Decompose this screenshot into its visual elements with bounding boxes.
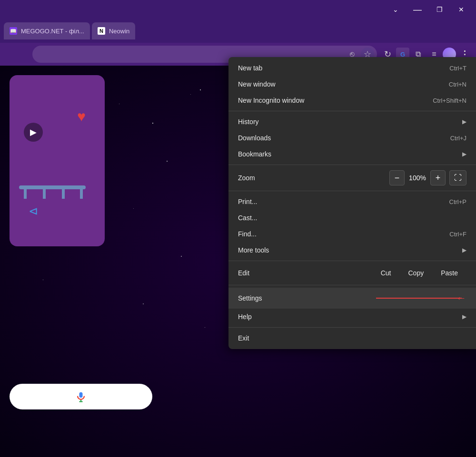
menu-item-new-window[interactable]: New window Ctrl+N: [228, 76, 476, 92]
chevron-down-icon: ⌄: [393, 6, 398, 13]
paste-button[interactable]: Paste: [432, 266, 466, 280]
tab-label-neowin: Neowin: [109, 28, 129, 35]
menu-item-help[interactable]: Help ▶: [228, 309, 476, 325]
menu-item-more-tools[interactable]: More tools ▶: [228, 242, 476, 258]
mic-icon: [74, 390, 88, 403]
menu-item-exit[interactable]: Exit: [228, 330, 476, 346]
menu-item-new-tab[interactable]: New tab Ctrl+T: [228, 60, 476, 76]
tab-megogo[interactable]: 📖 MEGOGO.NET - філ...: [4, 22, 90, 39]
menu-divider-1: [228, 111, 476, 111]
menu-item-settings[interactable]: Settings ←: [228, 288, 476, 309]
restore-icon: ❐: [436, 6, 443, 13]
fullscreen-icon: ⛶: [454, 174, 462, 182]
edit-actions: Cut Copy Paste: [372, 266, 466, 280]
close-button[interactable]: ✕: [450, 0, 472, 19]
zoom-controls: − 100% + ⛶: [389, 170, 466, 185]
zoom-value: 100%: [405, 174, 430, 182]
menu-divider-5: [228, 285, 476, 285]
menu-divider-4: [228, 261, 476, 261]
tab-bar: 📖 MEGOGO.NET - філ... N Neowin: [0, 19, 476, 43]
menu-item-bookmarks[interactable]: Bookmarks ▶: [228, 146, 476, 162]
zoom-fullscreen-button[interactable]: ⛶: [449, 170, 466, 185]
tab-label-megogo: MEGOGO.NET - філ...: [21, 28, 84, 35]
menu-item-downloads[interactable]: Downloads Ctrl+J: [228, 130, 476, 146]
minimize-icon: —: [413, 5, 422, 15]
menu-zoom-row: Zoom − 100% + ⛶: [228, 167, 476, 188]
search-bar[interactable]: [10, 384, 152, 409]
copy-button[interactable]: Copy: [400, 266, 433, 280]
menu-edit-row: Edit Cut Copy Paste: [228, 263, 476, 282]
share-content-icon: ⊲: [29, 204, 38, 218]
restore-button[interactable]: ❐: [428, 0, 450, 19]
menu-item-incognito[interactable]: New Incognito window Ctrl+Shift+N: [228, 92, 476, 108]
close-icon: ✕: [458, 6, 464, 13]
red-arrow-line: [376, 298, 462, 299]
zoom-out-button[interactable]: −: [389, 170, 405, 185]
cut-button[interactable]: Cut: [372, 266, 400, 280]
tab-neowin[interactable]: N Neowin: [92, 22, 135, 39]
minimize-button[interactable]: —: [407, 0, 428, 19]
context-menu: New tab Ctrl+T New window Ctrl+N New Inc…: [228, 57, 476, 349]
tab-favicon-megogo: 📖: [10, 27, 17, 35]
heart-icon: ♥: [77, 108, 86, 125]
menu-item-print[interactable]: Print... Ctrl+P: [228, 194, 476, 210]
chevron-down-button[interactable]: ⌄: [385, 0, 407, 19]
menu-divider-2: [228, 165, 476, 165]
menu-item-cast[interactable]: Cast...: [228, 210, 476, 226]
zoom-in-button[interactable]: +: [430, 170, 446, 185]
content-card: ♥ ▶ ⊲: [10, 75, 105, 246]
menu-item-find[interactable]: Find... Ctrl+F: [228, 226, 476, 242]
menu-item-history[interactable]: History ▶: [228, 114, 476, 130]
play-icon: ▶: [24, 123, 43, 142]
title-bar: ⌄ — ❐ ✕: [0, 0, 476, 19]
menu-divider-3: [228, 191, 476, 191]
tab-favicon-neowin: N: [98, 27, 105, 35]
menu-divider-6: [228, 327, 476, 328]
